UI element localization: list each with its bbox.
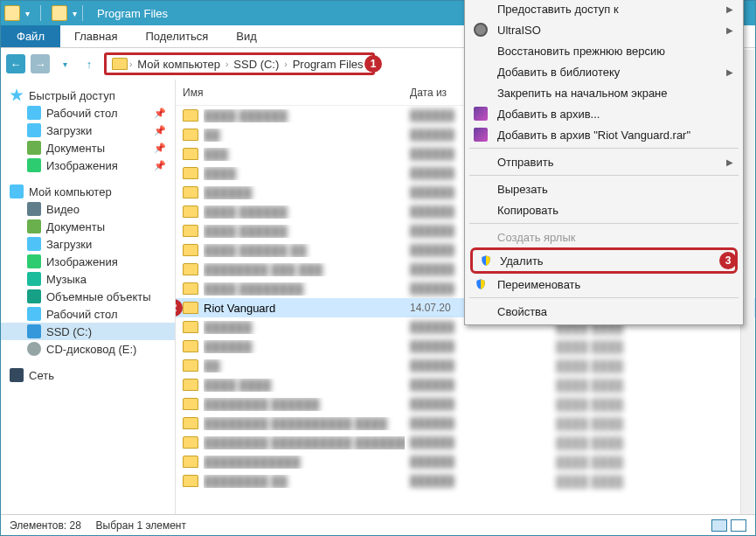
music-icon — [27, 272, 41, 286]
sidebar-item-downloads[interactable]: Загрузки — [1, 235, 175, 253]
column-date[interactable]: Дата из — [403, 87, 447, 99]
desktop-icon — [27, 106, 41, 120]
winrar-icon — [473, 127, 489, 143]
pin-icon: 📌 — [154, 125, 166, 136]
menu-item-shortcut: Создать ярлык — [468, 226, 740, 247]
menu-item-archive[interactable]: Добавить в архив... — [468, 103, 740, 124]
document-icon — [27, 219, 41, 233]
nav-up-button[interactable]: ↑ — [80, 54, 99, 73]
crumb-programfiles[interactable]: Program Files — [289, 58, 367, 71]
ultraiso-icon — [473, 22, 489, 38]
sidebar-item-3dobjects[interactable]: Объемные объекты — [1, 288, 175, 305]
chevron-right-icon[interactable]: › — [284, 59, 287, 69]
nav-recent-button[interactable]: ▾ — [55, 54, 74, 73]
tab-file[interactable]: Файл — [1, 25, 60, 47]
menu-item-ultraiso[interactable]: UltraISO▶ — [468, 19, 740, 40]
chevron-right-icon[interactable]: › — [129, 59, 132, 69]
column-name[interactable]: Имя — [176, 87, 403, 99]
sidebar-mycomputer[interactable]: Мой компьютер — [1, 183, 175, 200]
tab-share[interactable]: Поделиться — [131, 25, 222, 47]
video-icon — [27, 202, 41, 216]
3d-icon — [27, 289, 41, 303]
menu-item-send[interactable]: Отправить▶ — [468, 151, 740, 172]
sidebar-item-pictures[interactable]: Изображения — [1, 253, 175, 270]
sidebar-quickaccess[interactable]: Быстрый доступ — [1, 87, 175, 104]
sidebar-item-music[interactable]: Музыка — [1, 270, 175, 288]
view-switcher — [711, 519, 746, 532]
status-bar: Элементов: 28 Выбран 1 элемент — [1, 514, 755, 535]
star-icon — [10, 88, 24, 102]
list-item[interactable]: ████ ██████████████ ████ — [176, 375, 755, 394]
list-item[interactable]: ████████████████ ████ — [176, 337, 755, 356]
drive-icon — [27, 324, 41, 338]
menu-item-properties[interactable]: Свойства — [468, 301, 740, 322]
quick-access-toolbar: ▾ ▾ — [4, 5, 77, 21]
list-item[interactable]: ████████ ████████████ ████ — [176, 471, 755, 491]
picture-icon — [27, 158, 41, 172]
sidebar-item-desktop[interactable]: Рабочий стол — [1, 305, 175, 323]
file-name: Riot Vanguard — [204, 302, 405, 315]
crumb-ssd[interactable]: SSD (C:) — [230, 58, 282, 71]
sidebar-item-downloads[interactable]: Загрузки📌 — [1, 122, 175, 139]
breadcrumb[interactable]: › Мой компьютер › SSD (C:) › Program Fil… — [104, 52, 375, 75]
desktop-icon — [27, 307, 41, 321]
tab-home[interactable]: Главная — [60, 25, 131, 47]
list-item[interactable]: ████████████ ████ — [176, 356, 755, 375]
menu-item-restore[interactable]: Восстановить прежнюю версию — [468, 40, 740, 61]
chevron-right-icon: ▶ — [726, 157, 733, 167]
download-icon — [27, 237, 41, 251]
menu-item-cut[interactable]: Вырезать — [468, 178, 740, 199]
menu-item-delete[interactable]: Удалить — [473, 250, 735, 271]
view-icons-button[interactable] — [731, 519, 746, 532]
disc-icon — [27, 342, 41, 356]
chevron-right-icon[interactable]: › — [225, 59, 228, 69]
nav-forward-button[interactable]: → — [31, 54, 50, 73]
shield-icon — [478, 253, 494, 268]
drop-icon[interactable]: ▾ — [25, 9, 30, 18]
sidebar-item-ssd[interactable]: SSD (C:) — [1, 323, 175, 340]
folder-icon — [112, 58, 128, 70]
shield-icon — [473, 276, 489, 292]
menu-item-copy[interactable]: Копировать — [468, 199, 740, 220]
menu-item-rename[interactable]: Переименовать — [468, 274, 740, 295]
chevron-right-icon: ▶ — [726, 25, 733, 35]
list-item[interactable]: ████████ ██████████ ██████████████ ████ — [176, 414, 755, 433]
context-menu: Предоставить доступ к▶ UltraISO▶ Восстан… — [464, 0, 744, 325]
sidebar-item-pictures[interactable]: Изображения📌 — [1, 157, 175, 174]
window-title: Program Files — [97, 7, 168, 20]
menu-item-archive-rar[interactable]: Добавить в архив "Riot Vanguard.rar" — [468, 124, 740, 145]
menu-item-grant-access[interactable]: Предоставить доступ к▶ — [468, 0, 740, 19]
sidebar-item-documents[interactable]: Документы📌 — [1, 139, 175, 157]
annotation-badge-1: 1 — [364, 55, 382, 73]
status-count-value: 28 — [70, 519, 81, 532]
sidebar-network[interactable]: Сеть — [1, 366, 175, 384]
tab-view[interactable]: Вид — [222, 25, 271, 47]
folder-icon — [4, 5, 20, 21]
drop-icon[interactable]: ▾ — [73, 9, 77, 18]
status-count-label: Элементов: — [10, 519, 66, 532]
chevron-right-icon: ▶ — [726, 4, 733, 14]
annotation-badge-3: 3 — [719, 252, 737, 269]
sidebar-item-documents[interactable]: Документы — [1, 218, 175, 235]
sidebar-item-cd[interactable]: CD-дисковод (E:) — [1, 340, 175, 358]
crumb-mycomputer[interactable]: Мой компьютер — [134, 58, 224, 71]
list-item[interactable]: ████████ ██████████ ████████████████████… — [176, 433, 755, 452]
folder-icon — [183, 302, 198, 314]
list-item[interactable]: ██████████████████████ ████ — [176, 452, 755, 471]
menu-item-library[interactable]: Добавить в библиотеку▶ — [468, 61, 740, 82]
file-date: 14.07.20 — [410, 302, 451, 314]
pin-icon: 📌 — [154, 143, 166, 154]
nav-back-button[interactable]: ← — [6, 54, 25, 73]
menu-item-pin-start[interactable]: Закрепить на начальном экране — [468, 82, 740, 103]
sidebar-item-desktop[interactable]: Рабочий стол📌 — [1, 104, 175, 122]
annotation-delete-highlight: Удалить 3 — [470, 247, 738, 274]
pin-icon: 📌 — [154, 160, 166, 171]
view-details-button[interactable] — [711, 519, 727, 532]
document-icon — [27, 141, 41, 155]
computer-icon — [10, 184, 24, 198]
network-icon — [10, 368, 24, 382]
sidebar-item-videos[interactable]: Видео — [1, 200, 175, 218]
winrar-icon — [473, 106, 489, 122]
separator — [82, 5, 83, 21]
list-item[interactable]: ████████ ████████████████ ████ — [176, 394, 755, 414]
